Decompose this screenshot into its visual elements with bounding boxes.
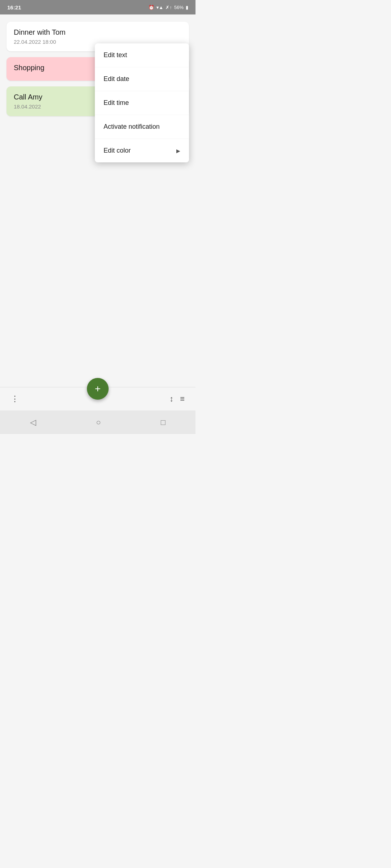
chevron-right-icon: ▶ <box>176 148 180 154</box>
status-bar: 16:21 ⏰ ▾▲ ✗↑ 56% ▮ <box>0 0 196 14</box>
signal-icon: ✗↑ <box>165 5 172 10</box>
filter-button[interactable]: ≡ <box>180 394 185 404</box>
back-button[interactable]: ◁ <box>30 418 36 427</box>
menu-label-activate-notification: Activate notification <box>104 123 160 131</box>
status-icons: ⏰ ▾▲ ✗↑ 56% ▮ <box>148 5 188 10</box>
menu-label-edit-time: Edit time <box>104 99 129 107</box>
recents-button[interactable]: □ <box>161 418 165 427</box>
more-options-button[interactable]: ⋮ <box>11 394 19 404</box>
sort-order-button[interactable]: ↕ <box>169 394 173 404</box>
menu-item-edit-time[interactable]: Edit time <box>95 91 189 115</box>
note-title-dinner: Dinner with Tom <box>14 28 182 37</box>
menu-label-edit-color: Edit color <box>104 147 131 154</box>
menu-item-edit-text[interactable]: Edit text <box>95 43 189 67</box>
bottom-right-actions: ↕ ≡ <box>169 394 185 404</box>
add-icon: + <box>95 383 101 395</box>
status-time: 16:21 <box>7 4 21 10</box>
context-menu: Edit text Edit date Edit time Activate n… <box>95 43 189 162</box>
add-note-button[interactable]: + <box>87 378 109 400</box>
menu-label-edit-text: Edit text <box>104 51 127 59</box>
menu-item-edit-color[interactable]: Edit color ▶ <box>95 139 189 162</box>
home-button[interactable]: ○ <box>96 418 101 427</box>
menu-item-activate-notification[interactable]: Activate notification <box>95 115 189 139</box>
battery-icon: ▮ <box>186 5 188 10</box>
battery-percent: 56% <box>174 5 184 10</box>
menu-label-edit-date: Edit date <box>104 75 129 83</box>
menu-item-edit-date[interactable]: Edit date <box>95 67 189 91</box>
wifi-icon: ▾▲ <box>156 5 164 10</box>
alarm-icon: ⏰ <box>148 5 154 10</box>
nav-bar: ◁ ○ □ <box>0 410 196 434</box>
